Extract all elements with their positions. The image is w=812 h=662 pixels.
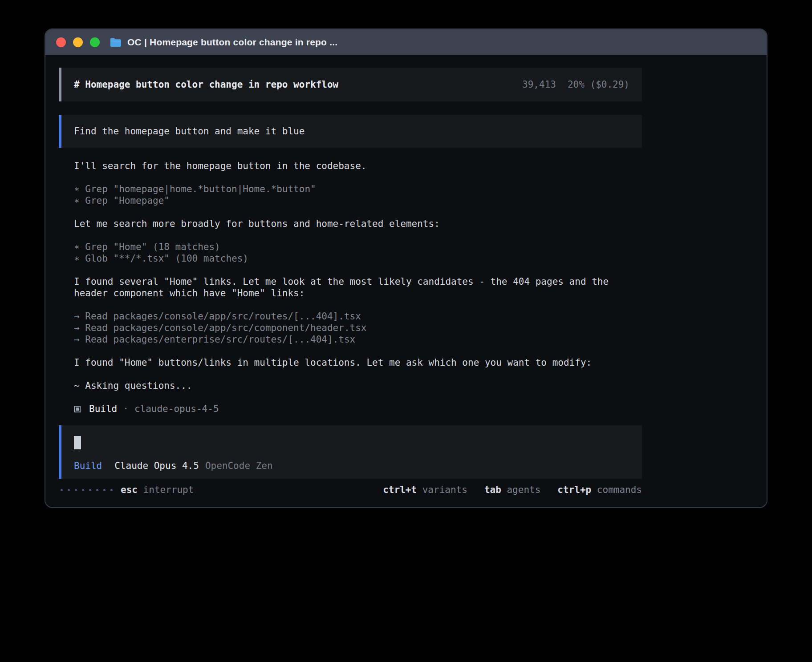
prompt-input[interactable]: Build Claude Opus 4.5 OpenCode Zen (59, 425, 642, 479)
agent-status-line: Build · claude-opus-4-5 (74, 403, 767, 415)
model-label: Claude Opus 4.5 (114, 460, 199, 472)
tool-prefix-icon: ∗ (74, 242, 80, 252)
tool-prefix-icon: ∗ (74, 195, 80, 206)
arrow-icon: → (74, 311, 80, 322)
tool-call-grep: ∗ Grep "Home" (18 matches) (74, 241, 767, 253)
tool-call-read: → Read packages/console/app/src/routes/[… (74, 311, 767, 322)
user-message-text: Find the homepage button and make it blu… (74, 126, 304, 137)
tool-call-group: ∗ Grep "homepage|home.*button|Home.*butt… (74, 183, 767, 206)
status-bar: esc interrupt ctrl+t variants tab agents… (59, 484, 642, 496)
window-title: OC | Homepage button color change in rep… (127, 37, 337, 48)
window-controls (56, 37, 100, 47)
text-cursor (74, 436, 81, 449)
spinner-dots (61, 489, 113, 491)
tool-prefix-icon: ∗ (74, 253, 80, 264)
tool-call-grep: ∗ Grep "Homepage" (74, 195, 767, 206)
context-usage: 20% ($0.29) (568, 79, 629, 90)
minimize-button[interactable] (73, 37, 83, 47)
session-header: # Homepage button color change in repo w… (59, 68, 642, 101)
tool-call-group: ∗ Grep "Home" (18 matches) ∗ Glob "**/*.… (74, 241, 767, 264)
tool-call-read: → Read packages/enterprise/src/routes/[.… (74, 334, 767, 345)
tool-call-read: → Read packages/console/app/src/componen… (74, 322, 767, 334)
token-count: 39,413 (522, 79, 556, 90)
tool-call-glob: ∗ Glob "**/*.tsx" (100 matches) (74, 253, 767, 264)
shortcut-agents: tab agents (484, 484, 540, 496)
desktop: OC | Homepage button color change in rep… (0, 0, 812, 662)
assistant-text: I found "Home" buttons/links in multiple… (74, 357, 626, 368)
close-button[interactable] (56, 37, 66, 47)
assistant-text: Let me search more broadly for buttons a… (74, 218, 626, 230)
zoom-button[interactable] (90, 37, 100, 47)
folder-icon (110, 37, 122, 48)
status-line: ~ Asking questions... (74, 380, 767, 392)
session-stats: 39,413 20% ($0.29) (522, 79, 629, 90)
tool-call-group: → Read packages/console/app/src/routes/[… (74, 311, 767, 345)
square-badge-icon (74, 406, 81, 412)
agent-name: Build (89, 403, 117, 415)
session-title: # Homepage button color change in repo w… (74, 79, 338, 90)
shortcut-list: ctrl+t variants tab agents ctrl+p comman… (383, 484, 642, 496)
titlebar[interactable]: OC | Homepage button color change in rep… (45, 29, 767, 55)
assistant-text: I'll search for the homepage button in t… (74, 160, 626, 172)
agent-mode-label: Build (74, 460, 102, 472)
user-message: Find the homepage button and make it blu… (59, 115, 642, 148)
shortcut-commands: ctrl+p commands (557, 484, 642, 496)
arrow-icon: → (74, 334, 80, 345)
provider-label: OpenCode Zen (205, 460, 273, 472)
terminal-window: OC | Homepage button color change in rep… (45, 28, 767, 508)
separator-dot: · (123, 403, 129, 415)
assistant-text: I found several "Home" links. Let me loo… (74, 276, 626, 299)
input-meta-row: Build Claude Opus 4.5 OpenCode Zen (74, 460, 629, 472)
arrow-icon: → (74, 323, 80, 333)
shortcut-interrupt: esc interrupt (121, 484, 194, 496)
agent-model: claude-opus-4-5 (134, 403, 219, 415)
terminal-content: # Homepage button color change in repo w… (45, 55, 767, 496)
shortcut-variants: ctrl+t variants (383, 484, 467, 496)
tool-prefix-icon: ∗ (74, 184, 80, 194)
tool-call-grep: ∗ Grep "homepage|home.*button|Home.*butt… (74, 183, 767, 195)
